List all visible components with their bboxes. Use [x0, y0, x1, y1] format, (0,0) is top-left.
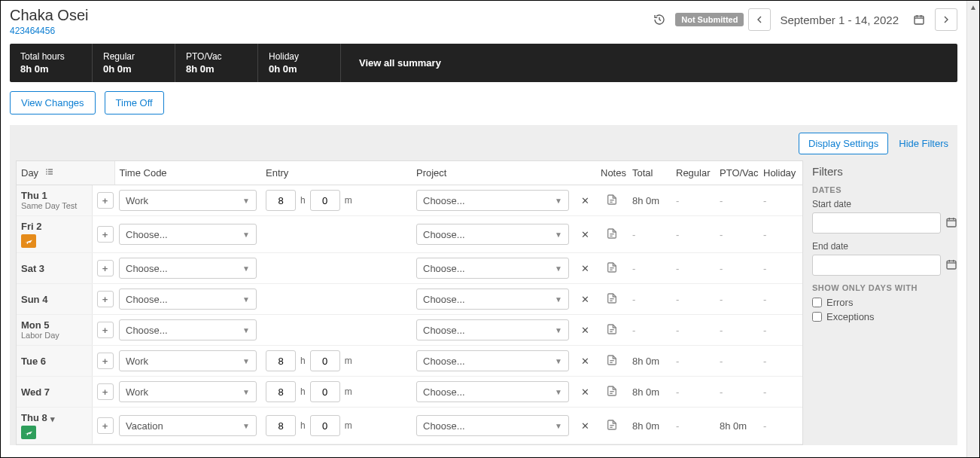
add-entry-button[interactable]: +	[97, 192, 114, 209]
notes-icon[interactable]	[606, 357, 618, 368]
add-entry-button[interactable]: +	[97, 291, 114, 307]
holiday-cell: -	[759, 216, 802, 253]
history-icon[interactable]	[648, 8, 671, 31]
caret-down-icon: ▼	[242, 357, 250, 365]
list-icon	[44, 167, 55, 179]
delete-row-button[interactable]: ✕	[574, 216, 596, 253]
total-cell: -	[628, 216, 671, 253]
calendar-icon[interactable]	[945, 216, 957, 231]
notes-icon[interactable]	[606, 295, 618, 307]
hide-filters-link[interactable]: Hide Filters	[899, 138, 948, 149]
hours-input[interactable]	[266, 350, 296, 371]
add-entry-button[interactable]: +	[97, 260, 114, 276]
person-id-link[interactable]: 423464456	[10, 26, 648, 36]
caret-down-icon: ▼	[242, 388, 250, 396]
delete-row-button[interactable]: ✕	[574, 253, 596, 284]
prev-period-button[interactable]	[748, 8, 771, 31]
time-off-button[interactable]: Time Off	[105, 91, 164, 114]
holiday-cell: -	[759, 315, 802, 346]
exceptions-checkbox[interactable]	[812, 312, 822, 322]
caret-down-icon: ▼	[555, 357, 562, 365]
time-code-select[interactable]: Choose...▼	[119, 289, 257, 310]
delete-row-button[interactable]: ✕	[574, 315, 596, 346]
minutes-input[interactable]	[310, 415, 340, 436]
errors-checkbox-row[interactable]: Errors	[812, 297, 957, 308]
exceptions-label: Exceptions	[826, 311, 875, 322]
delete-row-button[interactable]: ✕	[574, 185, 596, 216]
project-select[interactable]: Choose...▼	[416, 415, 569, 436]
chevron-down-icon[interactable]: ▾	[50, 414, 55, 424]
project-select[interactable]: Choose...▼	[416, 258, 569, 279]
minutes-input[interactable]	[310, 190, 340, 211]
errors-label: Errors	[826, 297, 853, 308]
start-date-input[interactable]	[812, 212, 941, 234]
time-code-select[interactable]: Choose...▼	[119, 319, 257, 340]
total-cell: 8h 0m	[628, 408, 671, 444]
table-row: Thu 1Same Day Test+Work▼hmChoose...▼✕8h …	[17, 185, 802, 216]
notes-icon[interactable]	[606, 326, 618, 337]
notes-icon[interactable]	[606, 231, 618, 242]
minutes-input[interactable]	[310, 350, 340, 371]
calendar-icon[interactable]	[945, 258, 957, 273]
end-date-input[interactable]	[812, 255, 941, 276]
col-notes: Notes	[596, 161, 628, 185]
errors-checkbox[interactable]	[812, 298, 822, 307]
add-entry-button[interactable]: +	[97, 383, 114, 400]
caret-down-icon: ▼	[242, 264, 250, 273]
col-total: Total	[628, 161, 671, 185]
svg-rect-9	[48, 174, 53, 175]
time-code-select[interactable]: Work▼	[119, 381, 257, 402]
day-label: Tue 6	[21, 356, 87, 367]
minutes-unit: m	[345, 195, 352, 206]
time-code-select[interactable]: Choose...▼	[119, 224, 257, 245]
display-settings-button[interactable]: Display Settings	[799, 133, 888, 154]
delete-row-button[interactable]: ✕	[574, 346, 596, 377]
status-badge: Not Submitted	[675, 13, 744, 26]
hours-input[interactable]	[266, 381, 296, 402]
hours-input[interactable]	[266, 415, 296, 436]
delete-row-button[interactable]: ✕	[574, 408, 596, 444]
regular-cell: -	[671, 185, 715, 216]
summary-holiday: Holiday 0h 0m	[258, 44, 341, 82]
svg-rect-30	[947, 261, 956, 269]
notes-icon[interactable]	[606, 264, 618, 276]
table-row: Mon 5Labor Day+Choose...▼Choose...▼✕----	[17, 315, 802, 346]
project-select[interactable]: Choose...▼	[416, 190, 569, 211]
caret-down-icon: ▼	[242, 295, 250, 304]
holiday-cell: -	[759, 377, 802, 408]
project-select[interactable]: Choose...▼	[416, 289, 569, 310]
col-regular: Regular	[671, 161, 715, 185]
add-entry-button[interactable]: +	[97, 417, 114, 434]
project-select[interactable]: Choose...▼	[416, 350, 569, 371]
hours-input[interactable]	[266, 190, 296, 211]
notes-icon[interactable]	[606, 197, 618, 208]
view-changes-button[interactable]: View Changes	[10, 91, 96, 114]
col-day[interactable]: Day	[17, 161, 114, 185]
time-code-select[interactable]: Work▼	[119, 350, 257, 371]
add-entry-button[interactable]: +	[97, 353, 114, 369]
notes-icon[interactable]	[606, 388, 618, 399]
calendar-icon[interactable]	[908, 8, 930, 31]
time-code-select[interactable]: Choose...▼	[119, 258, 257, 279]
project-select[interactable]: Choose...▼	[416, 319, 569, 340]
notes-icon[interactable]	[606, 422, 618, 433]
view-all-summary[interactable]: View all summary	[341, 44, 957, 82]
col-holiday: Holiday	[759, 161, 802, 185]
minutes-input[interactable]	[310, 381, 340, 402]
time-code-select[interactable]: Work▼	[119, 190, 257, 211]
scroll-up-arrow[interactable]: ▲	[967, 1, 979, 14]
project-select[interactable]: Choose...▼	[416, 381, 569, 402]
delete-row-button[interactable]: ✕	[574, 377, 596, 408]
table-row: Sat 3+Choose...▼Choose...▼✕----	[17, 253, 802, 284]
outer-scrollbar[interactable]: ▲	[966, 1, 979, 457]
regular-cell: -	[671, 377, 715, 408]
delete-row-button[interactable]: ✕	[574, 284, 596, 315]
add-entry-button[interactable]: +	[97, 226, 114, 243]
time-code-select[interactable]: Vacation▼	[119, 415, 257, 436]
project-select[interactable]: Choose...▼	[416, 224, 569, 245]
add-entry-button[interactable]: +	[97, 322, 114, 338]
holiday-cell: -	[759, 346, 802, 377]
next-period-button[interactable]	[935, 8, 957, 31]
exceptions-checkbox-row[interactable]: Exceptions	[812, 311, 957, 322]
table-row: Tue 6+Work▼hmChoose...▼✕8h 0m---	[17, 346, 802, 377]
